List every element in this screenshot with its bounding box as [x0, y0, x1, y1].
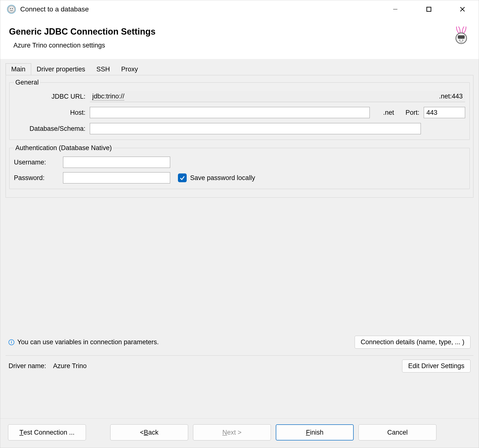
svg-point-0 [8, 6, 15, 13]
mascot-icon [452, 27, 470, 44]
svg-point-8 [461, 27, 467, 34]
dialog-content: Main Driver properties SSH Proxy General… [0, 59, 479, 418]
edit-driver-settings-button[interactable]: Edit Driver Settings [402, 360, 470, 372]
tab-panel-main: General JDBC URL: jdbc:trino:// .net:443… [6, 75, 473, 198]
cancel-button[interactable]: Cancel [359, 424, 436, 440]
minimize-button[interactable] [386, 3, 405, 15]
password-label: Password: [14, 174, 60, 182]
database-label: Database/Schema: [14, 125, 87, 133]
save-password-checkbox[interactable] [178, 173, 187, 182]
svg-point-7 [456, 27, 461, 34]
app-icon [7, 5, 16, 14]
svg-point-1 [10, 8, 11, 9]
info-row: i You can use variables in connection pa… [6, 333, 473, 353]
jdbc-url-display: jdbc:trino:// .net:443 [90, 91, 465, 102]
password-input[interactable] [63, 172, 170, 183]
svg-rect-10 [458, 35, 465, 39]
save-password-label: Save password locally [190, 174, 255, 182]
host-input[interactable] [90, 107, 370, 118]
info-hint: You can use variables in connection para… [17, 338, 159, 346]
host-label: Host: [14, 109, 87, 116]
page-title: Generic JDBC Connection Settings [9, 27, 156, 37]
jdbc-url-prefix: jdbc:trino:// [92, 93, 124, 100]
tabs: Main Driver properties SSH Proxy [6, 63, 473, 75]
general-group: General JDBC URL: jdbc:trino:// .net:443… [9, 79, 470, 140]
username-input[interactable] [63, 157, 170, 168]
test-connection-button[interactable]: TTest Connection ...est Connection ... [8, 424, 86, 440]
tab-proxy[interactable]: Proxy [116, 63, 144, 75]
general-legend: General [14, 79, 40, 86]
database-input[interactable] [90, 123, 421, 134]
jdbc-url-suffix: .net:443 [439, 93, 463, 100]
port-label: Port: [399, 109, 421, 116]
dialog-header: Generic JDBC Connection Settings Azure T… [0, 18, 479, 59]
finish-button[interactable]: Finish [276, 424, 354, 440]
svg-rect-4 [427, 7, 431, 11]
separator [6, 355, 473, 356]
dialog-window: Connect to a database Generic JDBC Conne… [0, 0, 479, 448]
next-button[interactable]: Next > [193, 424, 271, 440]
close-button[interactable] [453, 3, 472, 15]
auth-legend: Authentication (Database Native) [14, 144, 113, 152]
svg-point-2 [12, 8, 13, 9]
tab-driver-properties[interactable]: Driver properties [31, 63, 91, 75]
back-button[interactable]: < Back [110, 424, 188, 440]
svg-point-12 [462, 40, 463, 41]
connection-details-button[interactable]: Connection details (name, type, ... ) [355, 336, 470, 349]
driver-row: Driver name: Azure Trino Edit Driver Set… [6, 360, 473, 377]
maximize-button[interactable] [419, 3, 438, 15]
info-icon: i [9, 339, 14, 345]
title-bar: Connect to a database [0, 0, 479, 18]
port-input[interactable] [424, 107, 465, 118]
jdbc-url-label: JDBC URL: [14, 93, 87, 100]
username-label: Username: [14, 159, 60, 166]
host-suffix: .net [373, 109, 396, 116]
auth-group: Authentication (Database Native) Usernam… [9, 144, 470, 189]
tab-ssh[interactable]: SSH [91, 63, 116, 75]
tab-main[interactable]: Main [6, 63, 31, 75]
driver-name-value: Azure Trino [53, 362, 87, 370]
page-subtitle: Azure Trino connection settings [13, 42, 156, 49]
dialog-footer: TTest Connection ...est Connection ... <… [0, 418, 479, 448]
driver-name-label: Driver name: [9, 362, 46, 370]
svg-point-11 [459, 40, 460, 41]
window-title: Connect to a database [20, 5, 89, 13]
